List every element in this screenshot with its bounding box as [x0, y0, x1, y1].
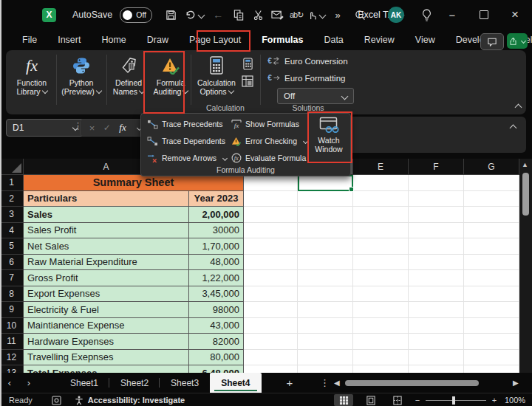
cell-a2[interactable]: Particulars: [24, 191, 189, 207]
euro-off-dropdown[interactable]: Off: [277, 88, 354, 104]
cell-empty[interactable]: [298, 255, 353, 271]
accessibility-icon[interactable]: [75, 396, 83, 405]
row-header-2[interactable]: 2: [0, 191, 24, 207]
cell-empty[interactable]: [298, 350, 353, 366]
cell-empty[interactable]: [353, 238, 409, 255]
cell-empty[interactable]: [298, 207, 353, 223]
cell-empty[interactable]: [409, 350, 464, 366]
cell-empty[interactable]: [244, 191, 298, 207]
vertical-scrollbar[interactable]: ▲: [519, 159, 532, 373]
row-header-1[interactable]: 1: [0, 175, 24, 191]
sheet-tab-sheet3[interactable]: Sheet3: [160, 373, 210, 393]
column-header-E[interactable]: E: [353, 159, 409, 175]
calculation-options-button[interactable]: Calculation Options: [194, 53, 239, 109]
formula-bar-expand-icon[interactable]: [510, 125, 517, 132]
autosave-toggle[interactable]: Off: [120, 7, 152, 23]
calculate-now-button[interactable]: [239, 56, 256, 71]
cell-empty[interactable]: [244, 302, 298, 318]
cell-b11[interactable]: 82000: [189, 334, 244, 350]
cell-empty[interactable]: [464, 334, 519, 350]
euro-conversion-button[interactable]: € Euro Conversion: [267, 56, 348, 66]
cell-empty[interactable]: [464, 270, 519, 286]
zoom-out-button[interactable]: −: [412, 394, 423, 406]
cell-empty[interactable]: [244, 318, 298, 334]
cell-a6[interactable]: Raw Material Expenditure: [24, 255, 189, 271]
cell-a13[interactable]: Total Expenses: [24, 365, 189, 373]
cell-empty[interactable]: [298, 365, 353, 373]
insert-function-icon[interactable]: fx: [119, 122, 126, 134]
cell-empty[interactable]: [244, 175, 298, 191]
cell-empty[interactable]: [353, 302, 409, 318]
cell-empty[interactable]: [244, 223, 298, 239]
cell-empty[interactable]: [409, 175, 464, 191]
hscroll-left-icon[interactable]: ◀: [334, 379, 340, 387]
row-header-10[interactable]: 10: [0, 318, 24, 334]
avatar[interactable]: AK: [388, 7, 404, 23]
undo-icon[interactable]: [185, 4, 204, 25]
cell-empty[interactable]: [298, 270, 353, 286]
cell-empty[interactable]: [464, 207, 519, 223]
cancel-icon[interactable]: ×: [89, 123, 95, 134]
cell-empty[interactable]: [353, 270, 409, 286]
cell-empty[interactable]: [298, 302, 353, 318]
cell-empty[interactable]: [244, 238, 298, 255]
formula-auditing-button[interactable]: Formula Auditing: [152, 53, 189, 109]
cell-empty[interactable]: [409, 334, 464, 350]
vertical-scroll-thumb[interactable]: [522, 173, 529, 216]
cell-empty[interactable]: [409, 270, 464, 286]
cell-a4[interactable]: Sales Profit: [24, 223, 189, 239]
cell-a11[interactable]: Hardware Expenses: [24, 334, 189, 350]
sheet-nav-right-icon[interactable]: ›: [19, 377, 38, 388]
cell-empty[interactable]: [244, 350, 298, 366]
ribbon-tab-draw[interactable]: Draw: [137, 30, 179, 50]
cell-b2[interactable]: Year 2023: [189, 191, 244, 207]
cell-a5[interactable]: Net Sales: [24, 238, 189, 255]
ribbon-tab-view[interactable]: View: [405, 30, 446, 50]
row-header-4[interactable]: 4: [0, 223, 24, 239]
cell-empty[interactable]: [244, 365, 298, 373]
sheet-tab-sheet4[interactable]: Sheet4: [210, 373, 261, 393]
cell-empty[interactable]: [298, 191, 353, 207]
cell-b10[interactable]: 43,000: [189, 318, 244, 334]
ribbon-tab-data[interactable]: Data: [313, 30, 353, 50]
cell-empty[interactable]: [298, 334, 353, 350]
ribbon-tab-page-layout[interactable]: Page Layout: [179, 30, 251, 50]
cell-empty[interactable]: [464, 302, 519, 318]
scroll-up-icon[interactable]: ▲: [522, 161, 528, 168]
cell-b12[interactable]: 80,000: [189, 350, 244, 366]
row-header-6[interactable]: 6: [0, 255, 24, 271]
cell-empty[interactable]: [409, 238, 464, 255]
cell-empty[interactable]: [244, 270, 298, 286]
cell-empty[interactable]: [409, 207, 464, 223]
cell-empty[interactable]: [353, 334, 409, 350]
cell-empty[interactable]: [464, 191, 519, 207]
lightbulb-icon[interactable]: [413, 0, 440, 30]
cell-empty[interactable]: [409, 365, 464, 373]
cell-empty[interactable]: [464, 318, 519, 334]
minimize-button[interactable]: −: [439, 0, 466, 30]
row-header-3[interactable]: 3: [0, 207, 24, 223]
cell-empty[interactable]: [464, 255, 519, 271]
cell-empty[interactable]: [464, 223, 519, 239]
cell-a8[interactable]: Export Expenses: [24, 286, 189, 303]
function-library-button[interactable]: fx Function Library: [9, 53, 55, 109]
row-header-8[interactable]: 8: [0, 286, 24, 303]
cell-b4[interactable]: 30000: [189, 223, 244, 239]
page-break-view-button[interactable]: [390, 394, 405, 406]
enter-icon[interactable]: ✓: [103, 123, 111, 133]
copy-icon[interactable]: [231, 4, 247, 25]
zoom-level[interactable]: 100%: [505, 396, 525, 405]
menu-item-evaluate-formula[interactable]: fx Evaluate Formula: [231, 151, 306, 165]
cell-b9[interactable]: 98000: [189, 302, 244, 318]
translate-replace-icon[interactable]: ab↻: [288, 4, 304, 25]
cell-empty[interactable]: [409, 255, 464, 271]
menu-item-remove-arrows[interactable]: Remove Arrows: [147, 151, 227, 165]
ribbon-tab-formulas[interactable]: Formulas: [251, 30, 313, 50]
cell-empty[interactable]: [353, 223, 409, 239]
ribbon-tab-insert[interactable]: Insert: [47, 30, 91, 50]
horizontal-scroll-thumb[interactable]: [345, 380, 479, 386]
cell-empty[interactable]: [298, 238, 353, 255]
cell-empty[interactable]: [353, 286, 409, 303]
sheet-tab-sheet1[interactable]: Sheet1: [59, 373, 109, 393]
cell-empty[interactable]: [353, 191, 409, 207]
